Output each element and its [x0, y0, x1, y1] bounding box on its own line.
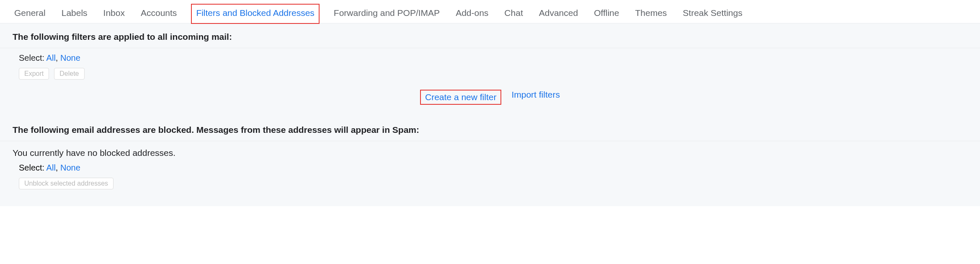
tab-labels[interactable]: Labels [60, 4, 89, 24]
select-label: Select: [19, 163, 44, 172]
filters-button-row: Export Delete [19, 66, 967, 80]
settings-tabs: General Labels Inbox Accounts Filters an… [0, 0, 980, 23]
blocked-select-none-link[interactable]: None [60, 163, 80, 172]
blocked-select-all-link[interactable]: All [46, 163, 56, 172]
blocked-button-row: Unblock selected addresses [19, 176, 967, 189]
select-label: Select: [19, 53, 44, 62]
filters-section-body: Select: All, None Export Delete [0, 48, 980, 80]
tab-addons[interactable]: Add-ons [454, 4, 490, 24]
filters-select-row: Select: All, None [19, 53, 967, 66]
tab-filters-and-blocked[interactable]: Filters and Blocked Addresses [191, 4, 319, 24]
blocked-section-body: Select: All, None Unblock selected addre… [0, 163, 980, 189]
tab-offline[interactable]: Offline [592, 4, 621, 24]
blocked-select-row: Select: All, None [19, 163, 967, 176]
tab-advanced[interactable]: Advanced [537, 4, 580, 24]
tab-forwarding[interactable]: Forwarding and POP/IMAP [332, 4, 441, 24]
tab-general[interactable]: General [13, 4, 47, 24]
tab-accounts[interactable]: Accounts [139, 4, 178, 24]
no-blocked-addresses-text: You currently have no blocked addresses. [0, 141, 980, 163]
delete-button[interactable]: Delete [54, 68, 84, 80]
settings-content: The following filters are applied to all… [0, 23, 980, 206]
blocked-section-header: The following email addresses are blocke… [0, 116, 980, 141]
tab-themes[interactable]: Themes [633, 4, 668, 24]
tab-chat[interactable]: Chat [503, 4, 524, 24]
tab-streak-settings[interactable]: Streak Settings [681, 4, 744, 24]
select-none-link[interactable]: None [60, 53, 80, 62]
export-button[interactable]: Export [19, 68, 49, 80]
create-new-filter-link[interactable]: Create a new filter [420, 90, 501, 105]
import-filters-link[interactable]: Import filters [511, 90, 560, 105]
select-all-link[interactable]: All [46, 53, 56, 62]
filter-action-links: Create a new filter Import filters [0, 80, 980, 116]
filters-section-header: The following filters are applied to all… [0, 23, 980, 48]
unblock-selected-button[interactable]: Unblock selected addresses [19, 178, 113, 189]
tab-inbox[interactable]: Inbox [102, 4, 126, 24]
